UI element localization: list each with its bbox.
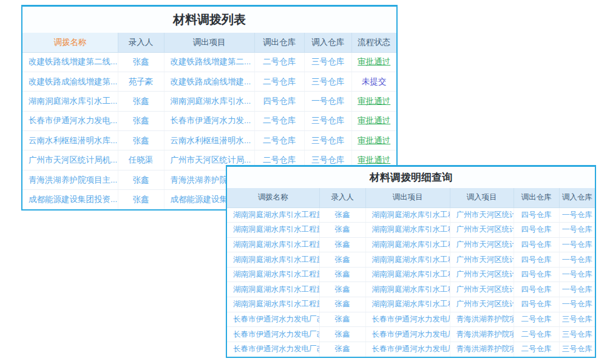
cell-out-wh: 二号仓库 xyxy=(254,52,304,72)
cell-in-wh: 一号仓库 xyxy=(304,92,351,111)
cell-name: 长春市伊通河水力发电厂改建工 xyxy=(227,312,319,327)
cell-in-wh: 一号仓库 xyxy=(559,267,595,282)
cell-entry: 张鑫 xyxy=(319,342,365,357)
cell-out-project: 湖南洞庭湖水库引水工程施 xyxy=(365,282,450,297)
cell-status[interactable]: 审批通过 xyxy=(351,111,396,130)
cell-out-project: 湖南洞庭湖水库引水工程施 xyxy=(365,223,450,238)
cell-in-wh: 三号仓库 xyxy=(559,312,595,327)
cell-entry: 张鑫 xyxy=(319,207,365,223)
column-header-in-warehouse[interactable]: 调入仓库 xyxy=(559,188,595,207)
cell-entry: 张鑫 xyxy=(118,170,164,189)
cell-entry: 任晓渠 xyxy=(118,150,164,170)
cell-name: 长春市伊通河水力发电厂改建工 xyxy=(227,327,319,342)
cell-in-project: 青海洪湖养护院项目 xyxy=(450,327,514,342)
column-header-out-project[interactable]: 调出项目 xyxy=(365,188,450,207)
column-header-in-warehouse[interactable]: 调入仓库 xyxy=(304,33,351,52)
column-header-out-project[interactable]: 调出项目 xyxy=(164,33,254,52)
cell-in-wh: 一号仓库 xyxy=(559,223,595,238)
table-row[interactable]: 湖南洞庭湖水库引水工程施工标张鑫湖南洞庭湖水库引水工程施广州市天河区统计局机关四… xyxy=(227,297,595,312)
column-header-flow-status[interactable]: 流程状态 xyxy=(351,33,396,52)
table-row[interactable]: 长春市伊通河水力发电厂改建工张鑫长春市伊通河水力发电厂青海洪湖养护院项目二号仓库… xyxy=(227,312,595,327)
column-header-in-project[interactable]: 调入项目 xyxy=(450,188,514,207)
cell-name: 青海洪湖养护院项目主... xyxy=(22,170,118,189)
cell-in-wh: 三号仓库 xyxy=(304,52,351,72)
cell-out-wh: 四号仓库 xyxy=(514,237,559,252)
table-row[interactable]: 改建铁路线增建第二线...张鑫改建铁路线增建第二...二号仓库三号仓库审批通过 xyxy=(22,52,396,72)
cell-in-project: 广州市天河区统计局机关 xyxy=(450,297,514,312)
cell-name: 湖南洞庭湖水库引水工程施工标 xyxy=(227,267,319,282)
cell-in-wh: 一号仓库 xyxy=(559,207,595,223)
table-row[interactable]: 湖南洞庭湖水库引水工程施工标张鑫湖南洞庭湖水库引水工程施广州市天河区统计局机关四… xyxy=(227,282,595,297)
cell-name: 湖南洞庭湖水库引水工... xyxy=(22,92,118,111)
cell-in-wh: 一号仓库 xyxy=(559,282,595,297)
column-header-entry-person[interactable]: 录入人 xyxy=(118,33,164,52)
table-row[interactable]: 长春市伊通河水力发电...张鑫长春市伊通河水力发...二号仓库三号仓库审批通过 xyxy=(22,111,396,130)
cell-out-project: 改建铁路成渝线增建... xyxy=(164,72,254,91)
transfer-detail-header-row: 调拨名称 录入人 调出项目 调入项目 调出仓库 调入仓库 xyxy=(227,188,595,207)
cell-out-wh: 二号仓库 xyxy=(514,312,559,327)
cell-name: 改建铁路成渝线增建第... xyxy=(22,72,118,91)
cell-in-wh: 三号仓库 xyxy=(559,327,595,342)
cell-in-wh: 一号仓库 xyxy=(559,237,595,252)
cell-out-wh: 二号仓库 xyxy=(254,131,304,150)
cell-in-project: 青海洪湖养护院项目 xyxy=(450,312,514,327)
cell-name: 湖南洞庭湖水库引水工程施工标 xyxy=(227,237,319,252)
column-header-out-warehouse[interactable]: 调出仓库 xyxy=(514,188,559,207)
cell-out-wh: 四号仓库 xyxy=(514,282,559,297)
cell-in-wh: 一号仓库 xyxy=(559,252,595,268)
cell-in-wh: 三号仓库 xyxy=(304,111,351,130)
cell-in-project: 广州市天河区统计局机关 xyxy=(450,223,514,238)
table-row[interactable]: 湖南洞庭湖水库引水工程施工标张鑫湖南洞庭湖水库引水工程施广州市天河区统计局机关四… xyxy=(227,207,595,223)
cell-out-wh: 四号仓库 xyxy=(254,92,304,111)
column-header-transfer-name[interactable]: 调拨名称 xyxy=(22,33,118,52)
cell-in-project: 广州市天河区统计局机关 xyxy=(450,267,514,282)
cell-entry: 张鑫 xyxy=(118,52,164,72)
cell-entry: 张鑫 xyxy=(319,252,365,268)
cell-name: 成都能源建设集团投资... xyxy=(22,190,118,209)
cell-in-project: 广州市天河区统计局机关 xyxy=(450,252,514,268)
cell-out-wh: 四号仓库 xyxy=(514,267,559,282)
table-row[interactable]: 湖南洞庭湖水库引水工程施工标张鑫湖南洞庭湖水库引水工程施广州市天河区统计局机关四… xyxy=(227,267,595,282)
table-row[interactable]: 云南水利枢纽潜明水库...张鑫云南水利枢纽潜明水...二号仓库三号仓库审批通过 xyxy=(22,131,396,150)
cell-in-wh: 三号仓库 xyxy=(304,72,351,91)
table-row[interactable]: 湖南洞庭湖水库引水工...张鑫湖南洞庭湖水库引水...四号仓库一号仓库审批通过 xyxy=(22,92,396,111)
cell-status[interactable]: 审批通过 xyxy=(351,131,396,150)
cell-in-project: 广州市天河区统计局机关 xyxy=(450,282,514,297)
cell-status[interactable]: 审批通过 xyxy=(351,92,396,111)
table-row[interactable]: 长春市伊通河水力发电厂改建工张鑫长春市伊通河水力发电厂青海洪湖养护院项目二号仓库… xyxy=(227,342,595,357)
cell-in-project: 广州市天河区统计局机关 xyxy=(450,207,514,223)
cell-status[interactable]: 未提交 xyxy=(351,72,396,91)
cell-status[interactable]: 审批通过 xyxy=(351,52,396,72)
cell-entry: 张鑫 xyxy=(319,282,365,297)
cell-out-project: 改建铁路线增建第二... xyxy=(164,52,254,72)
cell-entry: 张鑫 xyxy=(319,267,365,282)
transfer-detail-window: 材料调拨明细查询 调拨名称 录入人 调出项目 调入项目 调出仓库 调入仓库 湖南… xyxy=(226,165,596,358)
column-header-entry-person[interactable]: 录入人 xyxy=(319,188,365,207)
cell-entry: 张鑫 xyxy=(319,297,365,312)
table-row[interactable]: 长春市伊通河水力发电厂改建工张鑫长春市伊通河水力发电厂青海洪湖养护院项目二号仓库… xyxy=(227,327,595,342)
table-row[interactable]: 湖南洞庭湖水库引水工程施工标张鑫湖南洞庭湖水库引水工程施广州市天河区统计局机关四… xyxy=(227,237,595,252)
cell-in-wh: 三号仓库 xyxy=(559,342,595,357)
table-row[interactable]: 改建铁路成渝线增建第...苑子豪改建铁路成渝线增建...二号仓库三号仓库未提交 xyxy=(22,72,396,91)
cell-entry: 张鑫 xyxy=(319,312,365,327)
cell-name: 广州市天河区统计局机... xyxy=(22,150,118,170)
cell-out-wh: 二号仓库 xyxy=(254,111,304,130)
cell-entry: 张鑫 xyxy=(319,237,365,252)
cell-out-project: 湖南洞庭湖水库引水工程施 xyxy=(365,252,450,268)
cell-out-project: 长春市伊通河水力发电厂 xyxy=(365,312,450,327)
column-header-transfer-name[interactable]: 调拨名称 xyxy=(227,188,319,207)
cell-entry: 张鑫 xyxy=(118,190,164,209)
transfer-list-title: 材料调拨列表 xyxy=(22,7,396,33)
cell-name: 长春市伊通河水力发电厂改建工 xyxy=(227,342,319,357)
table-row[interactable]: 湖南洞庭湖水库引水工程施工标张鑫湖南洞庭湖水库引水工程施广州市天河区统计局机关四… xyxy=(227,223,595,238)
cell-in-project: 青海洪湖养护院项目 xyxy=(450,342,514,357)
transfer-detail-table: 调拨名称 录入人 调出项目 调入项目 调出仓库 调入仓库 湖南洞庭湖水库引水工程… xyxy=(227,188,595,357)
cell-entry: 张鑫 xyxy=(118,111,164,130)
cell-entry: 张鑫 xyxy=(319,327,365,342)
cell-out-wh: 四号仓库 xyxy=(514,207,559,223)
cell-out-wh: 四号仓库 xyxy=(514,297,559,312)
cell-entry: 苑子豪 xyxy=(118,72,164,91)
column-header-out-warehouse[interactable]: 调出仓库 xyxy=(254,33,304,52)
table-row[interactable]: 湖南洞庭湖水库引水工程施工标张鑫湖南洞庭湖水库引水工程施广州市天河区统计局机关四… xyxy=(227,252,595,268)
cell-in-project: 广州市天河区统计局机关 xyxy=(450,237,514,252)
